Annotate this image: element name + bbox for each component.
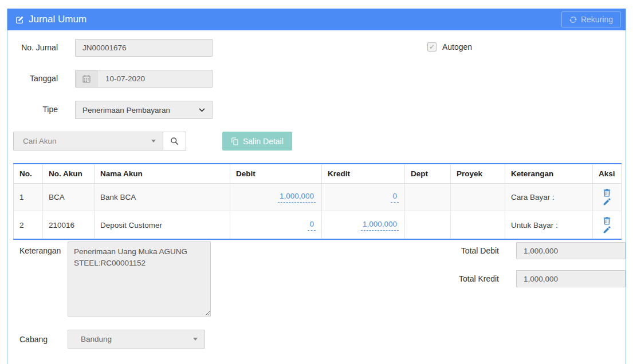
calendar-icon xyxy=(76,70,97,87)
col-header-no-akun: No. Akun xyxy=(43,164,95,183)
cabang-label: Cabang xyxy=(19,335,48,344)
trash-icon[interactable] xyxy=(603,216,611,225)
cell-no-akun: 210016 xyxy=(43,211,95,239)
cari-akun-select[interactable]: Cari Akun xyxy=(13,132,163,151)
col-header-nama-akun: Nama Akun xyxy=(95,164,230,183)
cell-aksi xyxy=(593,211,622,239)
cari-akun-placeholder: Cari Akun xyxy=(23,137,57,145)
cell-nama-akun: Deposit Customer xyxy=(95,211,230,239)
page-title-text: Jurnal Umum xyxy=(29,14,87,25)
cell-dept xyxy=(405,183,451,211)
table-row: 2 210016 Deposit Customer 0 1,000,000 Un… xyxy=(14,211,622,239)
cell-no: 1 xyxy=(14,183,43,211)
keterangan-label: Keterangan xyxy=(19,246,61,255)
col-header-no: No. xyxy=(14,164,43,183)
edit-icon xyxy=(15,15,24,24)
dropdown-arrow-icon xyxy=(193,338,198,341)
tipe-selected-value: Penerimaan Pembayaran xyxy=(82,106,170,114)
total-debit-input[interactable] xyxy=(516,242,626,259)
total-debit-label: Total Debit xyxy=(407,246,499,255)
search-icon xyxy=(170,137,179,145)
col-header-debit: Debit xyxy=(230,164,322,183)
total-kredit-input[interactable] xyxy=(516,270,626,287)
cell-no-akun: BCA xyxy=(43,183,95,211)
copy-icon xyxy=(231,137,239,145)
search-akun-button[interactable] xyxy=(163,132,186,151)
tipe-label: Tipe xyxy=(7,105,58,114)
pencil-icon[interactable] xyxy=(603,197,611,206)
cell-debit: 0 xyxy=(230,211,322,239)
tanggal-label: Tanggal xyxy=(7,74,58,83)
autogen-field: ✓ Autogen xyxy=(427,42,472,52)
kredit-editable[interactable]: 1,000,000 xyxy=(361,220,399,231)
kredit-editable[interactable]: 0 xyxy=(391,192,399,203)
table-row: 1 BCA Bank BCA 1,000,000 0 Cara Bayar : xyxy=(14,183,622,211)
cell-proyek xyxy=(451,211,505,239)
cell-keterangan: Cara Bayar : xyxy=(505,183,593,211)
salin-detail-button[interactable]: Salin Detail xyxy=(222,132,292,151)
panel-header: Jurnal Umum Rekuring xyxy=(7,9,626,30)
cell-aksi xyxy=(593,183,622,211)
cell-no: 2 xyxy=(14,211,43,239)
salin-detail-label: Salin Detail xyxy=(243,137,284,146)
col-header-kredit: Kredit xyxy=(322,164,405,183)
no-jurnal-label: No. Jurnal xyxy=(7,43,58,52)
cell-keterangan: Untuk Bayar : xyxy=(505,211,593,239)
cabang-select[interactable]: Bandung xyxy=(68,330,205,349)
cabang-selected-value: Bandung xyxy=(81,335,112,343)
dropdown-arrow-icon xyxy=(151,140,156,143)
cell-kredit: 1,000,000 xyxy=(322,211,405,239)
page-title: Jurnal Umum xyxy=(15,14,87,25)
pencil-icon[interactable] xyxy=(603,225,611,234)
refresh-icon xyxy=(569,16,577,23)
cell-kredit: 0 xyxy=(322,183,405,211)
chevron-down-icon xyxy=(199,108,205,112)
trash-icon[interactable] xyxy=(603,188,611,197)
jurnal-umum-panel: Jurnal Umum Rekuring No. Jurnal Tanggal … xyxy=(7,9,626,364)
tanggal-input-group[interactable]: 10-07-2020 xyxy=(75,70,213,88)
col-header-aksi: Aksi xyxy=(593,164,622,183)
autogen-label: Autogen xyxy=(442,42,472,52)
cell-proyek xyxy=(451,183,505,211)
rekuring-button[interactable]: Rekuring xyxy=(561,11,621,27)
no-jurnal-input[interactable] xyxy=(75,39,213,57)
rekuring-label: Rekuring xyxy=(581,15,613,24)
cell-debit: 1,000,000 xyxy=(230,183,322,211)
autogen-checkbox[interactable]: ✓ xyxy=(427,42,437,52)
keterangan-textarea[interactable]: Penerimaan Uang Muka AGUNG STEEL:RC00001… xyxy=(68,242,211,316)
tanggal-value: 10-07-2020 xyxy=(97,70,212,87)
tipe-select[interactable]: Penerimaan Pembayaran xyxy=(75,101,213,119)
table-header-row: No. No. Akun Nama Akun Debit Kredit Dept… xyxy=(14,164,622,183)
debit-editable[interactable]: 0 xyxy=(308,220,316,231)
col-header-keterangan: Keterangan xyxy=(505,164,593,183)
journal-lines-table: No. No. Akun Nama Akun Debit Kredit Dept… xyxy=(13,163,622,240)
col-header-proyek: Proyek xyxy=(451,164,505,183)
check-icon: ✓ xyxy=(429,43,435,50)
debit-editable[interactable]: 1,000,000 xyxy=(278,192,316,203)
cell-nama-akun: Bank BCA xyxy=(95,183,230,211)
col-header-dept: Dept xyxy=(405,164,451,183)
total-kredit-label: Total Kredit xyxy=(407,274,499,283)
cell-dept xyxy=(405,211,451,239)
jurnal-umum-page: Jurnal Umum Rekuring No. Jurnal Tanggal … xyxy=(0,0,633,364)
